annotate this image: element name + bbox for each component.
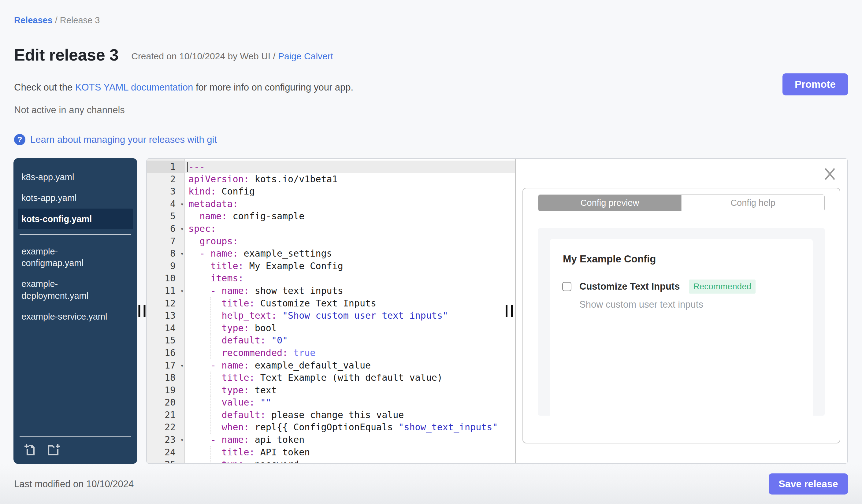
question-icon[interactable]: ? [14, 134, 25, 145]
code-text[interactable]: spec: [185, 223, 515, 235]
code-text[interactable]: recommended: true [185, 347, 515, 359]
line-number: 21 [147, 409, 185, 422]
kots-docs-link[interactable]: KOTS YAML documentation [75, 82, 193, 93]
code-line-22[interactable]: 22 when: repl{{ ConfigOptionEquals "show… [147, 421, 515, 434]
line-number: 18 [147, 372, 185, 384]
config-item-row: Customize Text Inputs Recommended [562, 279, 756, 294]
text-cursor [187, 162, 188, 172]
config-checkbox[interactable] [562, 282, 571, 291]
docs-text-after: for more info on configuring your app. [193, 82, 353, 93]
code-text[interactable]: default: please change this value [185, 409, 515, 422]
line-number: 13 [147, 309, 185, 322]
new-folder-icon[interactable] [46, 442, 61, 457]
tab-config-help[interactable]: Config help [681, 195, 824, 211]
code-text[interactable]: when: repl{{ ConfigOptionEquals "show_te… [185, 421, 515, 434]
config-form-card: My Example Config Customize Text Inputs … [550, 239, 813, 416]
code-line-4[interactable]: 4▾metadata: [147, 198, 515, 210]
fold-caret-icon[interactable]: ▾ [181, 223, 184, 235]
code-line-25[interactable]: 25 type: password [147, 459, 515, 464]
code-text[interactable]: name: config-sample [185, 210, 515, 223]
fold-caret-icon[interactable]: ▾ [181, 248, 184, 260]
code-lines: 1---2apiVersion: kots.io/v1beta13kind: C… [147, 159, 515, 464]
config-preview-area: My Example Config Customize Text Inputs … [538, 228, 825, 416]
code-line-2[interactable]: 2apiVersion: kots.io/v1beta1 [147, 173, 515, 186]
sidebar-file-kots-config.yaml[interactable]: kots-config.yaml [18, 209, 133, 229]
sidebar-file-example-service.yaml[interactable]: example-service.yaml [18, 306, 133, 327]
code-line-14[interactable]: 14 type: bool [147, 322, 515, 334]
code-line-5[interactable]: 5 name: config-sample [147, 210, 515, 223]
pane-resize-handle-left[interactable] [138, 305, 145, 317]
promote-button[interactable]: Promote [782, 74, 848, 95]
save-release-button[interactable]: Save release [769, 474, 848, 494]
line-number: 7 [147, 235, 185, 248]
code-text[interactable]: title: API token [185, 446, 515, 459]
config-tabs: Config previewConfig help [538, 195, 825, 211]
code-text[interactable]: type: bool [185, 322, 515, 334]
code-editor[interactable]: 1---2apiVersion: kots.io/v1beta13kind: C… [147, 159, 515, 463]
code-text[interactable]: value: "" [185, 396, 515, 409]
code-line-13[interactable]: 13 help_text: "Show custom user text inp… [147, 309, 515, 322]
code-text[interactable]: kind: Config [185, 185, 515, 198]
code-line-11[interactable]: 11▾ - name: show_text_inputs [147, 285, 515, 297]
line-number: 14 [147, 322, 185, 334]
code-text[interactable]: - name: example_default_value [185, 359, 515, 372]
git-help-row[interactable]: ? Learn about managing your releases wit… [14, 134, 217, 145]
code-text[interactable]: - name: show_text_inputs [185, 285, 515, 297]
code-text[interactable]: type: text [185, 384, 515, 397]
code-line-17[interactable]: 17▾ - name: example_default_value [147, 359, 515, 372]
created-author-link[interactable]: Paige Calvert [278, 51, 333, 61]
code-line-20[interactable]: 20 value: "" [147, 396, 515, 409]
line-number: 24 [147, 446, 185, 459]
code-text[interactable]: - name: api_token [185, 434, 515, 446]
code-line-8[interactable]: 8▾ - name: example_settings [147, 248, 515, 260]
code-line-6[interactable]: 6▾spec: [147, 223, 515, 235]
code-line-10[interactable]: 10 items: [147, 272, 515, 285]
code-line-18[interactable]: 18 title: Text Example (with default val… [147, 372, 515, 384]
fold-caret-icon[interactable]: ▾ [181, 359, 184, 372]
code-text[interactable]: items: [185, 272, 515, 285]
pane-resize-handle-right[interactable] [506, 305, 513, 317]
sidebar-file-example-configmap.yaml[interactable]: example-configmap.yaml [18, 241, 133, 274]
sidebar-file-example-deployment.yaml[interactable]: example-deployment.yaml [18, 274, 133, 306]
docs-text-before: Check out the [14, 82, 75, 93]
sidebar-file-k8s-app.yaml[interactable]: k8s-app.yaml [18, 167, 133, 187]
code-text[interactable]: --- [185, 161, 515, 173]
breadcrumb-releases-link[interactable]: Releases [14, 15, 53, 25]
code-line-19[interactable]: 19 type: text [147, 384, 515, 397]
code-text[interactable]: - name: example_settings [185, 248, 515, 260]
line-number: 23▾ [147, 434, 185, 446]
release-editor-main: k8s-app.yamlkots-app.yamlkots-config.yam… [13, 158, 848, 464]
code-text[interactable]: apiVersion: kots.io/v1beta1 [185, 173, 515, 186]
code-text[interactable]: title: Customize Text Inputs [185, 297, 515, 310]
fold-caret-icon[interactable]: ▾ [181, 285, 184, 297]
code-line-16[interactable]: 16 recommended: true [147, 347, 515, 359]
line-number: 20 [147, 396, 185, 409]
tab-config-preview[interactable]: Config preview [538, 195, 681, 211]
line-number: 6▾ [147, 223, 185, 235]
breadcrumb-separator: / [55, 15, 57, 25]
fold-caret-icon[interactable]: ▾ [181, 434, 184, 446]
docs-line: Check out the KOTS YAML documentation fo… [14, 82, 353, 93]
code-line-7[interactable]: 7 groups: [147, 235, 515, 248]
code-line-23[interactable]: 23▾ - name: api_token [147, 434, 515, 446]
code-text[interactable]: default: "0" [185, 334, 515, 347]
code-text[interactable]: title: My Example Config [185, 260, 515, 273]
code-line-15[interactable]: 15 default: "0" [147, 334, 515, 347]
code-line-3[interactable]: 3kind: Config [147, 185, 515, 198]
sidebar-file-kots-app.yaml[interactable]: kots-app.yaml [18, 187, 133, 208]
code-line-24[interactable]: 24 title: API token [147, 446, 515, 459]
git-help-link[interactable]: Learn about managing your releases with … [30, 134, 217, 145]
code-text[interactable]: metadata: [185, 198, 515, 210]
code-line-12[interactable]: 12 title: Customize Text Inputs [147, 297, 515, 310]
new-file-icon[interactable] [23, 442, 37, 457]
close-panel-button[interactable] [823, 167, 837, 181]
code-line-1[interactable]: 1--- [147, 161, 515, 173]
code-text[interactable]: title: Text Example (with default value) [185, 372, 515, 384]
fold-caret-icon[interactable]: ▾ [181, 198, 184, 210]
code-line-9[interactable]: 9 title: My Example Config [147, 260, 515, 273]
code-line-21[interactable]: 21 default: please change this value [147, 409, 515, 422]
line-number: 9 [147, 260, 185, 273]
code-text[interactable]: groups: [185, 235, 515, 248]
code-text[interactable]: type: password [185, 459, 515, 464]
code-text[interactable]: help_text: "Show custom user text inputs… [185, 309, 515, 322]
